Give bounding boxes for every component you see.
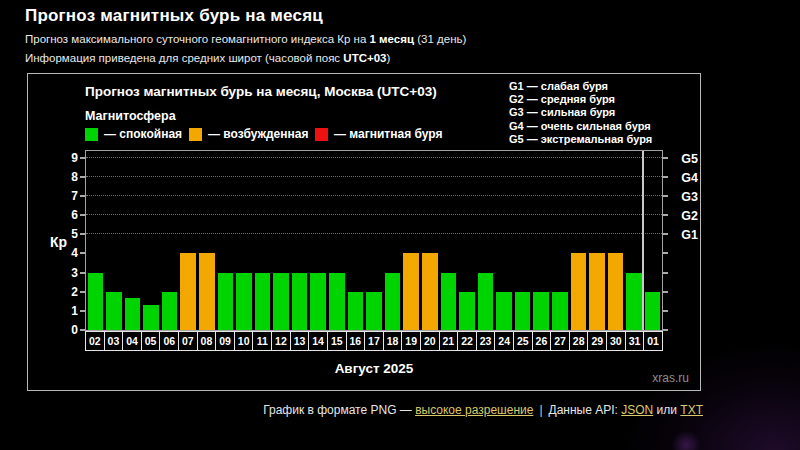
kp-bar-plot: 0123456789G1G2G3G4G5 (85, 150, 663, 331)
day-label-26: 26 (532, 331, 552, 351)
g-axis-label-g5: G5 (681, 152, 698, 166)
footer: График в формате PNG — высокое разрешени… (0, 403, 703, 417)
bar-day-30 (608, 253, 624, 330)
y-tick-label-5: 5 (60, 227, 78, 241)
day-label-30: 30 (606, 331, 626, 351)
gridline-kp6 (86, 214, 662, 215)
left-tick-kp1 (80, 310, 86, 312)
left-tick-kp6 (80, 214, 86, 216)
day-label-15: 15 (327, 331, 347, 351)
bar-day-24 (496, 292, 512, 330)
background-purple-dot (668, 432, 704, 450)
right-tick-kp6 (662, 214, 668, 216)
day-label-09: 09 (215, 331, 235, 351)
bar-day-31 (626, 273, 642, 330)
x-axis-month-label: Август 2025 (85, 361, 663, 376)
day-label-13: 13 (290, 331, 310, 351)
day-label-22: 22 (457, 331, 477, 351)
page-subtitle-2: Информация приведена для средних широт (… (25, 52, 466, 64)
legend-item-quiet: — спокойная (85, 127, 182, 141)
bar-day-13 (292, 273, 308, 330)
bar-day-20 (422, 253, 438, 330)
y-tick-label-1: 1 (60, 304, 78, 318)
g-legend-line-1: G1 — слабая буря (509, 80, 652, 93)
legend-swatch-excited (189, 128, 202, 141)
right-tick-kp3 (662, 272, 668, 274)
day-label-04: 04 (122, 331, 142, 351)
y-tick-label-4: 4 (60, 246, 78, 260)
left-tick-kp9 (80, 157, 86, 159)
day-label-23: 23 (476, 331, 496, 351)
footer-text-png: График в формате PNG — (263, 403, 415, 417)
page-subtitle-1: Прогноз максимального суточного геомагни… (25, 33, 466, 45)
right-tick-kp8 (662, 176, 668, 178)
left-tick-kp8 (80, 176, 86, 178)
bar-day-22 (459, 292, 475, 330)
footer-text-api: Данные API: (549, 403, 622, 417)
day-label-31: 31 (625, 331, 645, 351)
day-label-29: 29 (587, 331, 607, 351)
day-label-02: 02 (85, 331, 105, 351)
forecast-chart-panel: Прогноз магнитных бурь на месяц, Москва … (27, 73, 701, 391)
day-label-03: 03 (104, 331, 124, 351)
bar-day-17 (366, 292, 382, 330)
page-title: Прогноз магнитных бурь на месяц (25, 6, 466, 26)
g-legend-line-4: G4 — очень сильная буря (509, 120, 652, 133)
bar-day-09 (218, 273, 234, 330)
y-tick-label-8: 8 (60, 170, 78, 184)
g-scale-legend: G1 — слабая буряG2 — средняя буряG3 — си… (509, 80, 652, 146)
g-legend-line-2: G2 — средняя буря (509, 93, 652, 106)
y-tick-label-6: 6 (60, 208, 78, 222)
day-label-07: 07 (178, 331, 198, 351)
g-axis-label-g4: G4 (681, 171, 698, 185)
left-tick-kp2 (80, 291, 86, 293)
gridline-kp8 (86, 176, 662, 177)
bar-day-04 (125, 298, 141, 330)
bar-day-26 (533, 292, 549, 330)
g-axis-label-g2: G2 (681, 209, 698, 223)
bar-day-06 (162, 292, 178, 330)
day-label-14: 14 (308, 331, 328, 351)
y-tick-label-3: 3 (60, 266, 78, 280)
left-tick-kp7 (80, 195, 86, 197)
legend-label-storm: — магнитная буря (334, 127, 442, 141)
left-tick-kp5 (80, 233, 86, 235)
day-label-08: 08 (197, 331, 217, 351)
right-tick-kp1 (662, 310, 668, 312)
y-tick-label-0: 0 (60, 323, 78, 337)
right-tick-kp2 (662, 291, 668, 293)
bar-day-19 (403, 253, 419, 330)
day-label-25: 25 (513, 331, 533, 351)
y-tick-label-2: 2 (60, 285, 78, 299)
bar-day-25 (515, 292, 531, 330)
day-label-28: 28 (569, 331, 589, 351)
x-axis-day-row: 0203040506070809101112131415161718192021… (85, 331, 663, 351)
right-tick-kp7 (662, 195, 668, 197)
day-label-10: 10 (234, 331, 254, 351)
day-label-05: 05 (141, 331, 161, 351)
watermark-xras: xras.ru (652, 371, 689, 385)
day-label-11: 11 (252, 331, 272, 351)
txt-link[interactable]: TXT (680, 403, 703, 417)
bar-day-02 (88, 273, 104, 330)
bar-day-01 (645, 292, 661, 330)
day-label-27: 27 (550, 331, 570, 351)
left-tick-kp4 (80, 252, 86, 254)
day-label-19: 19 (401, 331, 421, 351)
right-tick-kp5 (662, 233, 668, 235)
hires-link[interactable]: высокое разрешение (415, 403, 533, 417)
day-label-21: 21 (439, 331, 459, 351)
bar-day-15 (329, 273, 345, 330)
legend-label-excited: — возбужденная (208, 127, 308, 141)
gridline-kp7 (86, 195, 662, 196)
day-label-06: 06 (159, 331, 179, 351)
bar-day-21 (441, 273, 457, 330)
bar-day-18 (385, 273, 401, 330)
json-link[interactable]: JSON (621, 403, 653, 417)
legend-heading: Магнитосфера (85, 109, 176, 123)
day-label-20: 20 (420, 331, 440, 351)
bar-day-27 (552, 292, 568, 330)
right-tick-kp4 (662, 252, 668, 254)
gridline-kp5 (86, 233, 662, 234)
footer-text-or: или (653, 403, 680, 417)
